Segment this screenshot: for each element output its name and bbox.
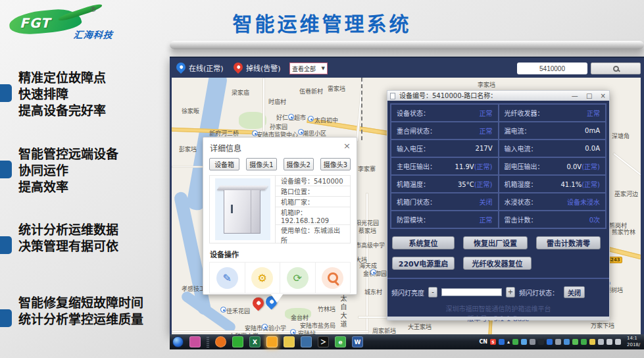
app-firefox[interactable] — [215, 336, 226, 347]
app-remote-desktop[interactable] — [301, 336, 312, 347]
app-cmd[interactable]: ＞ — [318, 336, 329, 347]
device-field: 机箱厂家： — [276, 197, 350, 207]
search-button[interactable] — [591, 63, 641, 74]
fiber-transceiver-reset-button[interactable]: 光纤收发器复位 — [463, 257, 532, 270]
app-colorful[interactable] — [189, 336, 201, 347]
window-bottom-edge — [387, 317, 609, 320]
tray-blue-icon[interactable] — [499, 339, 505, 345]
map-toolbar: 在线(正常) 掉线(告警) 查看全部 ▼ — [170, 57, 644, 78]
cabinet-body — [224, 190, 260, 234]
tray-sogou-icon[interactable]: S — [490, 339, 496, 345]
brightness-plus-button[interactable]: + — [506, 287, 515, 297]
device-status-window: 设备编号：5410000-路口名称： — □ × 设备状态： 正常 — [387, 90, 610, 320]
tray-battery-icon[interactable] — [607, 339, 612, 345]
popup-tab[interactable]: 设备箱 — [209, 158, 239, 170]
map-label: 城东村 — [364, 288, 382, 296]
tray-bluetooth-icon[interactable] — [547, 339, 553, 345]
road-white — [356, 78, 364, 142]
map-label: 太白大道 — [338, 295, 348, 329]
tray-green2-icon[interactable] — [572, 339, 578, 345]
tray-volume-icon[interactable] — [615, 339, 621, 345]
map-label: 深塘角 — [612, 132, 630, 140]
map-label: 巫家河边 — [614, 190, 638, 198]
tray-dark-icon[interactable] — [538, 339, 544, 345]
close-button[interactable]: × — [601, 92, 606, 99]
feature-block: 统计分析运维数据 决策管理有据可依 — [0, 222, 170, 255]
tray-lightblue-icon[interactable] — [521, 339, 527, 345]
strobe-controls: 频闪灯亮度 - + 频闪灯状态： 关闭 — [390, 279, 607, 298]
status-cell: 设备状态： 正常 — [391, 105, 498, 121]
poi-icon — [288, 114, 294, 120]
minimize-button[interactable]: — — [572, 92, 578, 99]
tray-network-icon[interactable] — [598, 339, 604, 345]
map-label: 熊家竹林 — [612, 228, 635, 236]
power-restart-button[interactable]: 220V电源重启 — [392, 257, 455, 270]
app-word[interactable]: W — [352, 336, 363, 347]
popup-tab[interactable]: 摄像头2 — [284, 158, 314, 170]
device-operations: ✎ ⚙ ⟳ — [209, 262, 351, 294]
system-reset-button[interactable]: 系统复位 — [392, 236, 455, 249]
tray-shield-icon[interactable] — [581, 339, 587, 345]
tray-lang-indicator[interactable]: CN — [479, 339, 487, 345]
taskbar-apps: X＞eW — [172, 336, 363, 347]
search-input[interactable] — [517, 63, 587, 74]
view-filter-dropdown[interactable]: 查看全部 ▼ — [289, 63, 328, 74]
map-canvas[interactable]: 李家垱雷家垱伍巷新村梁家庙时庙村徐家畈好仁佳超市太白初中孙家园新府河二桥安陆市监… — [172, 78, 641, 334]
tray-gray-icon[interactable] — [555, 339, 561, 345]
bullet-marker — [0, 161, 12, 178]
filter-value: 查看全部 — [292, 64, 316, 73]
poi-icon — [262, 324, 268, 330]
cabinet-image — [210, 176, 276, 243]
poi-icon — [290, 329, 296, 334]
refresh-icon[interactable]: ⟳ — [280, 263, 316, 293]
app-excel[interactable]: X — [249, 336, 260, 347]
panel-body: 设备状态： 正常 光纤收发器： 正常 重合闸状态： 正常 漏电流： 0mA — [387, 101, 609, 320]
window-title: 设备编号：5410000-路口名称： — [399, 92, 497, 99]
bullet-marker — [0, 84, 12, 102]
tray-yellow-icon[interactable] — [589, 339, 595, 345]
close-icon[interactable]: × — [343, 141, 351, 151]
taskbar-clock[interactable]: 14:1 2018/ — [627, 336, 643, 347]
popup-tab[interactable]: 摄像头1 — [246, 158, 276, 170]
maximize-button[interactable]: □ — [586, 92, 592, 99]
feature-sidebar: 精准定位故障点 快速排障 提高设备完好率 智能管控远端设备 协同运作 提高效率 … — [0, 0, 170, 358]
brightness-slider[interactable] — [441, 288, 502, 296]
tray-expand-arrow[interactable]: ▴ — [507, 339, 510, 345]
search-icon[interactable] — [316, 263, 351, 293]
app-orange-active[interactable] — [266, 336, 278, 347]
edit-icon[interactable]: ✎ — [210, 263, 245, 293]
status-grid: 设备状态： 正常 光纤收发器： 正常 重合闸状态： 正常 漏电流： 0mA — [390, 103, 607, 229]
feature-block: 智能管控远端设备 协同运作 提高效率 — [0, 146, 170, 195]
map-label: 周家新垱 — [372, 326, 396, 334]
tray-monitor-icon[interactable] — [530, 339, 535, 345]
app-wechat[interactable] — [232, 336, 243, 347]
device-field: 使用单位：东城派出所 — [276, 225, 350, 245]
map-label: 李家垱 — [478, 80, 495, 89]
popup-tab[interactable]: 摄像头3 — [320, 158, 351, 170]
status-cell: 光纤收发器： 正常 — [499, 105, 606, 121]
strobe-brightness-label: 频闪灯亮度 — [391, 288, 424, 297]
taskbar-grip[interactable] — [207, 336, 209, 347]
gear-icon[interactable]: ⚙ — [245, 263, 281, 293]
status-cell: 防雷模块： 正常 — [391, 211, 498, 228]
app-browser-green[interactable]: e — [335, 336, 346, 347]
lightning-counter-clear-button[interactable]: 雷击计数清零 — [536, 236, 601, 249]
factory-reset-button[interactable]: 恢复出厂设置 — [463, 236, 528, 249]
device-pin-offline[interactable] — [250, 295, 266, 311]
map-label: 时庙村 — [268, 97, 286, 106]
offline-pin-icon — [232, 61, 245, 74]
app-explorer[interactable] — [284, 336, 295, 347]
detail-popup: 详细信息 × 设备箱摄像头1摄像头2摄像头3 设备编号：5410000路口位置：… — [203, 137, 357, 295]
popup-title: 详细信息 — [203, 138, 357, 156]
tray-sync-icon[interactable] — [564, 339, 570, 345]
document-icon — [390, 93, 395, 99]
popup-content: 设备编号：5410000路口位置：机箱厂家：机箱IP：192.168.1.209… — [209, 175, 351, 243]
strobe-toggle-button[interactable]: 关闭 — [564, 286, 585, 298]
tray-green-icon[interactable] — [512, 339, 518, 345]
brightness-minus-button[interactable]: - — [428, 287, 437, 297]
start-button[interactable] — [172, 336, 184, 347]
platform-name: 深圳市福田智能通信防护箱运维平台 — [390, 304, 607, 314]
window-titlebar[interactable]: 设备编号：5410000-路口名称： — □ × — [387, 91, 609, 101]
status-cell: 雷击计数： 0次 — [499, 211, 606, 228]
status-cell: 机箱温度： 35°C(正常) — [391, 176, 498, 192]
